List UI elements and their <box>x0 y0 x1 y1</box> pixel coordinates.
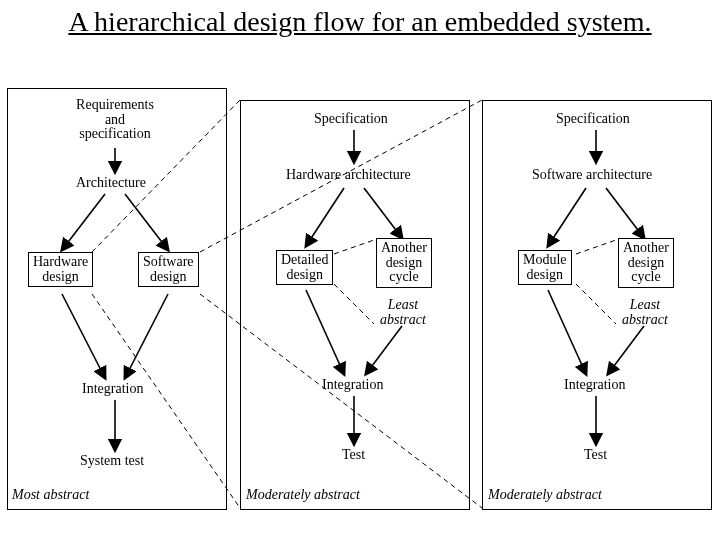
svg-line-13 <box>548 188 586 246</box>
node-another1: Another design cycle <box>376 238 432 288</box>
svg-line-1 <box>62 194 105 250</box>
note-mod2: Moderately abstract <box>488 488 602 503</box>
page: A hierarchical design flow for an embedd… <box>0 0 720 540</box>
node-hwdes: Hardware design <box>28 252 93 287</box>
note-mod1: Moderately abstract <box>246 488 360 503</box>
node-integ: Integration <box>82 382 143 397</box>
node-hwarch: Hardware architecture <box>286 168 411 183</box>
svg-line-10 <box>366 326 402 374</box>
svg-line-3 <box>62 294 105 378</box>
node-systest: System test <box>80 454 144 469</box>
diagram-canvas: Requirements and specification Architect… <box>0 80 720 540</box>
node-test2: Test <box>342 448 365 463</box>
node-another2: Another design cycle <box>618 238 674 288</box>
node-spec3: Specification <box>556 112 630 127</box>
svg-line-23 <box>334 284 374 324</box>
node-spec2: Specification <box>314 112 388 127</box>
svg-line-9 <box>306 290 344 374</box>
node-integ2: Integration <box>322 378 383 393</box>
node-integ3: Integration <box>564 378 625 393</box>
svg-line-16 <box>608 326 644 374</box>
node-reqspec: Requirements and specification <box>70 98 160 142</box>
note-least2: Least abstract <box>622 298 668 327</box>
note-most-abstract: Most abstract <box>12 488 89 503</box>
node-arch: Architecture <box>76 176 146 191</box>
svg-line-21 <box>200 294 482 508</box>
svg-line-15 <box>548 290 586 374</box>
svg-line-7 <box>306 188 344 246</box>
svg-line-22 <box>334 240 374 254</box>
svg-line-4 <box>125 294 168 378</box>
node-test3: Test <box>584 448 607 463</box>
svg-line-2 <box>125 194 168 250</box>
node-swarch: Software architecture <box>532 168 652 183</box>
arrow-layer <box>0 80 720 540</box>
svg-line-14 <box>606 188 644 238</box>
note-least1: Least abstract <box>380 298 426 327</box>
svg-line-24 <box>576 240 616 254</box>
svg-line-8 <box>364 188 402 238</box>
node-detdes: Detailed design <box>276 250 333 285</box>
node-moddes: Module design <box>518 250 572 285</box>
page-title: A hierarchical design flow for an embedd… <box>0 0 720 38</box>
svg-line-25 <box>576 284 616 324</box>
node-swdes: Software design <box>138 252 199 287</box>
